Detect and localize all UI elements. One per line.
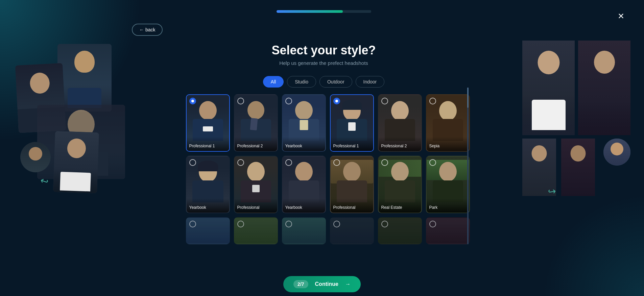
card-label-pro1-female: Professional 1 — [331, 137, 373, 151]
style-grid-wrapper: Professional 1 Professional 2 — [186, 88, 462, 244]
card-radio-pro2-male — [237, 98, 244, 104]
filter-all[interactable]: All — [263, 76, 284, 88]
right-photo-circle — [603, 139, 630, 166]
style-card-year-male[interactable]: Yearbook — [282, 94, 326, 152]
left-photo-circle — [20, 142, 51, 172]
step-badge: 2/7 — [293, 280, 308, 288]
continue-button[interactable]: 2/7 Continue → — [283, 276, 361, 292]
style-card-partial-3[interactable] — [282, 217, 326, 244]
card-radio-year-male2 — [285, 159, 292, 166]
card-radio-partial-4 — [333, 221, 340, 227]
card-radio-pro1-male — [189, 98, 196, 104]
right-photo-4 — [561, 139, 595, 196]
left-decorative-photos: ↩ — [17, 44, 128, 206]
filter-indoor[interactable]: Indoor — [356, 76, 385, 88]
card-radio-partial-6 — [429, 221, 436, 227]
style-card-sepia[interactable]: Sepia — [426, 94, 470, 152]
style-card-pro2-female[interactable]: Professional 2 — [378, 94, 422, 152]
main-content: Select your style? Help us generate the … — [132, 0, 516, 296]
card-radio-prof-male — [333, 159, 340, 166]
continue-bar: 2/7 Continue → — [0, 272, 644, 296]
card-label-sepia: Sepia — [427, 137, 469, 151]
style-card-prof-female[interactable]: Professional — [234, 156, 278, 213]
right-photo-1 — [522, 41, 575, 135]
card-radio-pro2-female — [381, 98, 388, 104]
scroll-indicator — [467, 88, 469, 244]
style-card-partial-4[interactable] — [330, 217, 374, 244]
filter-outdoor[interactable]: Outdoor — [319, 76, 352, 88]
card-label-prof-male: Professional — [331, 198, 373, 213]
close-button[interactable]: ✕ — [615, 10, 627, 22]
card-radio-real-estate — [381, 159, 388, 166]
progress-bar — [277, 10, 371, 13]
right-decorative-photos: ↩ — [522, 41, 630, 209]
style-card-real-estate[interactable]: Real Estate — [378, 156, 422, 213]
card-radio-partial-1 — [189, 221, 196, 227]
page-title: Select your style? — [271, 43, 376, 57]
style-grid-row1: Professional 1 Professional 2 — [186, 94, 462, 152]
card-label-pro2-male: Professional 2 — [235, 137, 277, 151]
style-grid-row3 — [186, 217, 462, 244]
card-radio-year-male — [285, 98, 292, 104]
filter-bar: All Studio Outdoor Indoor — [263, 76, 385, 88]
card-label-pro1-male: Professional 1 — [187, 137, 229, 151]
right-photo-2 — [578, 41, 630, 135]
continue-arrow: → — [345, 281, 351, 287]
left-photo-1 — [57, 44, 112, 112]
card-radio-pro1-female — [333, 98, 340, 104]
card-radio-partial-5 — [381, 221, 388, 227]
card-radio-sepia — [429, 98, 436, 104]
style-card-year-female[interactable]: Yearbook — [186, 156, 230, 213]
card-radio-park — [429, 159, 436, 166]
style-card-partial-6[interactable] — [426, 217, 470, 244]
card-label-park: Park — [427, 198, 469, 213]
progress-fill — [277, 10, 343, 13]
style-card-park[interactable]: Park — [426, 156, 470, 213]
filter-studio[interactable]: Studio — [287, 76, 316, 88]
card-label-year-female: Yearbook — [187, 198, 229, 213]
card-label-real-estate: Real Estate — [379, 198, 421, 213]
style-card-prof-male[interactable]: Professional — [330, 156, 374, 213]
style-card-year-male2[interactable]: Yearbook — [282, 156, 326, 213]
style-card-pro1-male[interactable]: Professional 1 — [186, 94, 230, 152]
card-label-pro2-female: Professional 2 — [379, 137, 421, 151]
card-label-year-male: Yearbook — [283, 137, 325, 151]
left-photo-5 — [53, 131, 99, 193]
style-card-partial-2[interactable] — [234, 217, 278, 244]
page-subtitle: Help us generate the prefect headshots — [279, 60, 368, 66]
style-card-pro2-male[interactable]: Professional 2 — [234, 94, 278, 152]
style-card-pro1-female[interactable]: Professional 1 — [330, 94, 374, 152]
style-grid-row2: Yearbook Professional Yearbook — [186, 156, 462, 213]
style-card-partial-5[interactable] — [378, 217, 422, 244]
card-label-year-male2: Yearbook — [283, 198, 325, 213]
card-radio-prof-female — [237, 159, 244, 166]
continue-label: Continue — [315, 281, 338, 287]
card-label-prof-female: Professional — [235, 198, 277, 213]
card-radio-year-female — [189, 159, 196, 166]
style-card-partial-1[interactable] — [186, 217, 230, 244]
card-radio-partial-3 — [285, 221, 292, 227]
card-radio-partial-2 — [237, 221, 244, 227]
scroll-thumb[interactable] — [467, 88, 469, 108]
